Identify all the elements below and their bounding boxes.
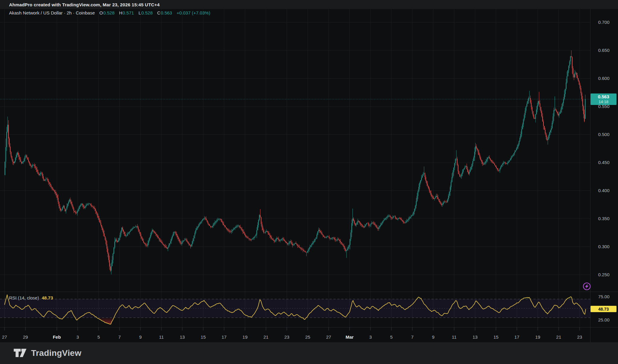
lightning-icon xyxy=(585,284,589,289)
price-axis-tick: 0.250 xyxy=(598,272,610,277)
time-axis-tick: 9 xyxy=(139,334,142,340)
price-change: +0.037 (+7.03%) xyxy=(177,10,210,15)
time-axis-tick: 11 xyxy=(452,334,457,340)
rsi-axis-tick: 75.00 xyxy=(598,294,610,299)
time-axis-tick: 7 xyxy=(118,334,121,340)
time-axis-tick: 27 xyxy=(2,334,7,340)
price-axis-tick: 0.450 xyxy=(598,160,610,165)
time-axis-tick: 5 xyxy=(390,334,393,340)
price-axis-tick: 0.350 xyxy=(598,216,610,221)
time-axis-tick: 7 xyxy=(411,334,413,340)
time-axis-tick: 13 xyxy=(180,334,185,340)
up-candle-wicks xyxy=(5,56,585,274)
rsi-axis-tick: 25.00 xyxy=(598,317,610,322)
ohlc-close: C0.563 xyxy=(157,10,172,15)
time-axis-tick: 15 xyxy=(493,334,499,340)
candle-countdown: 14:18 xyxy=(599,100,609,104)
chart-canvas[interactable]: 0.7000.6500.6000.5500.5000.4500.4000.350… xyxy=(0,0,618,364)
boost-button[interactable] xyxy=(582,281,592,291)
time-axis-tick: 21 xyxy=(556,334,561,340)
time-axis-tick: 17 xyxy=(221,334,227,340)
down-candle-bodies xyxy=(8,56,585,271)
attribution-text: AhmadPro created with TradingView.com, M… xyxy=(9,2,160,7)
time-axis-tick: 11 xyxy=(159,334,164,340)
down-candle-wicks xyxy=(8,50,585,272)
last-price-label: 0.563 14:18 xyxy=(591,93,616,105)
time-axis-tick: 3 xyxy=(76,334,79,340)
time-axis-tick: 17 xyxy=(514,334,519,340)
time-axis-tick: 29 xyxy=(23,334,28,340)
symbol-info-bar: Akash Network / US Dollar · 2h · Coinbas… xyxy=(9,10,210,15)
grid-layer xyxy=(0,9,590,327)
attribution-bar: AhmadPro created with TradingView.com, M… xyxy=(0,0,618,9)
rsi-pane xyxy=(0,295,590,324)
price-axis-tick: 0.650 xyxy=(598,48,610,53)
tradingview-brand-text[interactable]: TradingView xyxy=(31,348,81,358)
price-axis-tick: 0.300 xyxy=(598,244,610,249)
time-axis-tick: 13 xyxy=(473,334,478,340)
rsi-indicator-value: 48.73 xyxy=(42,295,53,300)
axes-layer[interactable]: 0.7000.6500.6000.5500.5000.4500.4000.350… xyxy=(2,20,610,340)
time-axis-tick: 23 xyxy=(284,334,289,340)
price-axis-tick: 0.500 xyxy=(598,132,610,137)
ohlc-low: L0.528 xyxy=(139,10,153,15)
up-candle-bodies xyxy=(5,56,585,271)
ohlc-high: H0.571 xyxy=(119,10,134,15)
time-axis-tick: Mar xyxy=(346,334,354,340)
price-axis-tick: 0.700 xyxy=(598,20,610,25)
rsi-value-label: 48.73 xyxy=(591,306,616,312)
time-axis-tick: 21 xyxy=(263,334,269,340)
time-axis-tick: 25 xyxy=(305,334,310,340)
footer-bar: TradingView xyxy=(0,342,618,364)
time-axis-tick: 19 xyxy=(243,334,248,340)
tradingview-widget: 0.7000.6500.6000.5500.5000.4500.4000.350… xyxy=(0,0,618,364)
time-axis-tick: 9 xyxy=(432,334,434,340)
rsi-indicator-title: RSI (14, close) xyxy=(9,295,39,300)
time-axis-tick: 19 xyxy=(535,334,540,340)
time-axis-tick: Feb xyxy=(53,334,61,340)
time-axis-tick: 3 xyxy=(369,334,372,340)
time-axis-tick: 27 xyxy=(326,334,331,340)
time-axis-tick: 5 xyxy=(97,334,100,340)
last-price-value: 0.563 xyxy=(598,94,609,100)
time-axis-tick: 15 xyxy=(201,334,206,340)
symbol-title[interactable]: Akash Network / US Dollar · 2h · Coinbas… xyxy=(9,10,95,15)
rsi-indicator-legend[interactable]: RSI (14, close) 48.73 xyxy=(9,295,53,300)
price-axis-tick: 0.400 xyxy=(598,188,610,193)
tradingview-logo-icon[interactable] xyxy=(13,348,27,359)
time-axis-tick: 23 xyxy=(577,334,582,340)
ohlc-open: O0.528 xyxy=(99,10,114,15)
price-axis-tick: 0.600 xyxy=(598,76,610,81)
